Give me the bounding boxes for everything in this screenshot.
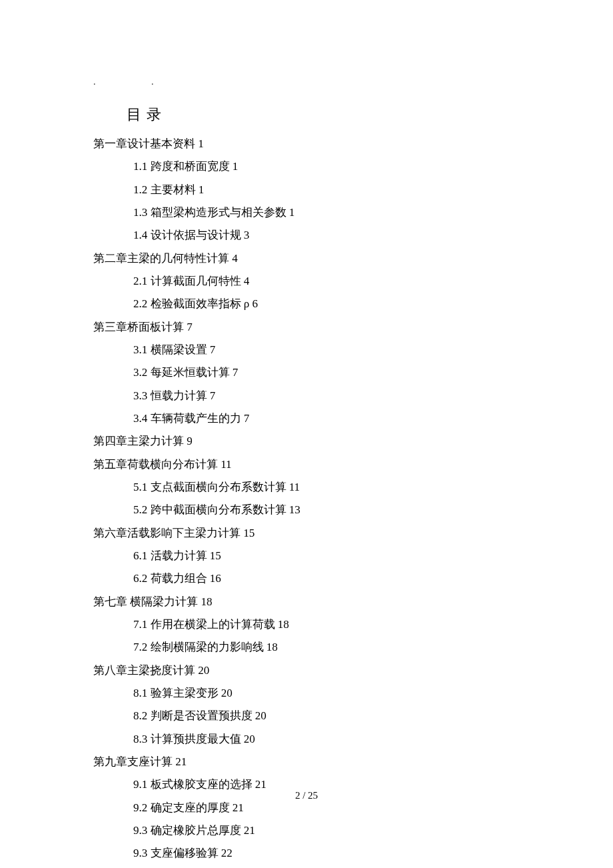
toc-entry: 9.3 确定橡胶片总厚度 21 [133,819,520,842]
toc-entry: 3.4 车辆荷载产生的力 7 [133,407,520,430]
header-dots: . . [93,77,181,87]
toc-entry: 1.1 跨度和桥面宽度 1 [133,155,520,178]
toc-entry: 第七章 横隔梁力计算 18 [93,591,520,613]
toc-entry: 8.1 验算主梁变形 20 [133,682,520,705]
toc-entry: 第九章支座计算 21 [93,751,520,773]
toc-entry: 7.2 绘制横隔梁的力影响线 18 [133,636,520,659]
toc-entry: 第八章主梁挠度计算 20 [93,659,520,682]
toc-entry: 9.3 支座偏移验算 22 [133,842,520,865]
toc-entry: 5.2 跨中截面横向分布系数计算 13 [133,499,520,521]
page-content: 目录 第一章设计基本资料 11.1 跨度和桥面宽度 11.2 主要材料 11.3… [0,0,613,868]
toc-entry: 7.1 作用在横梁上的计算荷载 18 [133,613,520,636]
toc-entry: 1.4 设计依据与设计规 3 [133,224,520,247]
toc-entry: 2.1 计算截面几何特性 4 [133,270,520,293]
toc-entry: 8.2 判断是否设置预拱度 20 [133,705,520,727]
toc-list: 第一章设计基本资料 11.1 跨度和桥面宽度 11.2 主要材料 11.3 箱型… [93,133,520,868]
toc-entry: 3.3 恒载力计算 7 [133,385,520,407]
toc-entry: 2.2 检验截面效率指标 ρ 6 [133,293,520,315]
toc-entry: 1.3 箱型梁构造形式与相关参数 1 [133,201,520,224]
toc-entry: 第六章活载影响下主梁力计算 15 [93,522,520,545]
toc-entry: 3.1 横隔梁设置 7 [133,339,520,361]
toc-entry: 第二章主梁的几何特性计算 4 [93,247,520,270]
toc-title: 目录 [127,105,520,125]
toc-entry: 第四章主梁力计算 9 [93,430,520,453]
toc-entry: 6.2 荷载力组合 16 [133,567,520,590]
toc-entry: 8.3 计算预拱度最大值 20 [133,728,520,751]
toc-entry: 9.4 验算支座滑移稳定性 22 [133,865,520,869]
toc-entry: 第三章桥面板计算 7 [93,316,520,339]
toc-entry: 6.1 活载力计算 15 [133,545,520,567]
page-number: 2 / 25 [0,790,613,801]
toc-entry: 3.2 每延米恒载计算 7 [133,361,520,384]
toc-entry: 5.1 支点截面横向分布系数计算 11 [133,476,520,499]
toc-entry: 第五章荷载横向分布计算 11 [93,453,520,476]
toc-entry: 第一章设计基本资料 1 [93,133,520,155]
toc-entry: 1.2 主要材料 1 [133,179,520,201]
